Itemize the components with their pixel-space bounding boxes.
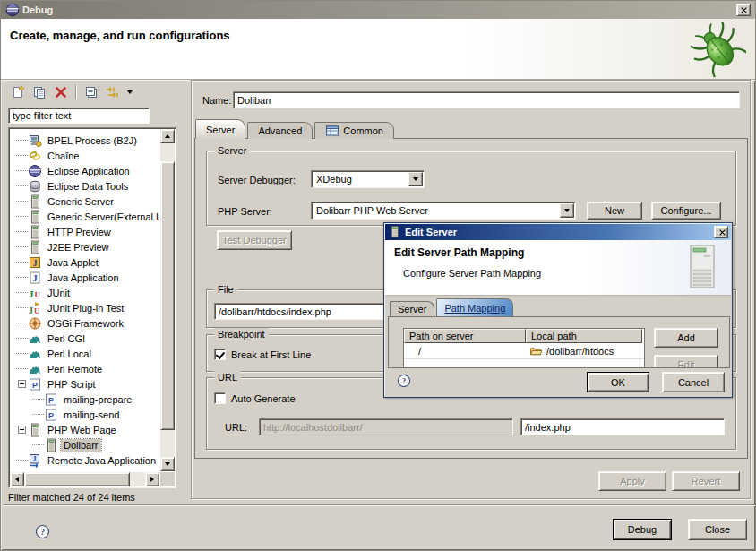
toolbar-filter-button[interactable] bbox=[103, 83, 123, 101]
help-icon[interactable]: ? bbox=[397, 374, 411, 388]
common-tab-icon bbox=[325, 124, 339, 138]
tree-item-generic-server-external-la[interactable]: Generic Server(External La bbox=[11, 209, 159, 224]
close-button[interactable]: Close bbox=[688, 519, 747, 540]
new-server-button[interactable]: New bbox=[587, 202, 642, 220]
tree-item-dolibarr[interactable]: Dolibarr bbox=[11, 437, 159, 452]
svg-text:U: U bbox=[35, 289, 41, 298]
config-tree: BPEL Process (B2J)ChaîneEclipse Applicat… bbox=[8, 127, 176, 488]
mapping-row[interactable]: //dolibarr/htdocs bbox=[404, 343, 644, 358]
revert-button[interactable]: Revert bbox=[672, 471, 740, 491]
tree-connector bbox=[16, 155, 28, 156]
column-header-path-on-server[interactable]: Path on server bbox=[404, 329, 526, 343]
debug-button[interactable]: Debug bbox=[613, 519, 672, 540]
tree-item-generic-server[interactable]: Generic Server bbox=[11, 194, 159, 209]
toolbar-collapse-all-button[interactable] bbox=[82, 83, 101, 101]
tree-item-http-preview[interactable]: HTTP Preview bbox=[11, 224, 159, 239]
tab-common[interactable]: Common bbox=[314, 122, 394, 139]
server-debugger-select[interactable]: XDebug bbox=[311, 170, 425, 188]
name-label: Name: bbox=[202, 95, 231, 106]
chevron-down-icon[interactable] bbox=[560, 203, 574, 218]
dialog-heading: Edit Server Path Mapping bbox=[394, 246, 524, 259]
url-group-legend: URL bbox=[214, 371, 241, 383]
tab-advanced[interactable]: Advanced bbox=[247, 122, 313, 139]
tree-item-remote-java-application[interactable]: JRemote Java Application bbox=[11, 452, 159, 468]
php-script-icon: P bbox=[28, 377, 42, 392]
scrollbar-thumb[interactable] bbox=[160, 161, 175, 430]
add-mapping-button[interactable]: Add bbox=[654, 328, 718, 348]
tree-item-junit[interactable]: JUJUnit bbox=[11, 285, 159, 300]
toolbar-dropdown-arrow-icon[interactable] bbox=[125, 83, 135, 101]
collapse-expander-icon[interactable] bbox=[18, 426, 26, 434]
tree-item-java-applet[interactable]: JJava Applet bbox=[11, 254, 159, 270]
column-header-local-path[interactable]: Local path bbox=[526, 329, 642, 343]
scrollbar-thumb[interactable] bbox=[24, 472, 130, 486]
tree-connector bbox=[16, 292, 28, 293]
tree-connector bbox=[16, 185, 28, 186]
tree-item-php-web-page[interactable]: PHP Web Page bbox=[11, 422, 159, 437]
delete-icon bbox=[54, 85, 68, 99]
window-titlebar[interactable]: Debug bbox=[1, 1, 755, 19]
server-group: Server Server Debugger: XDebug PHP Serve… bbox=[206, 151, 736, 226]
break-first-line-checkbox[interactable] bbox=[214, 349, 226, 360]
tree-connector bbox=[16, 460, 28, 461]
tree-item-perl-local[interactable]: Perl Local bbox=[11, 346, 159, 361]
test-debugger-button[interactable]: Test Debugger bbox=[217, 230, 292, 250]
help-icon[interactable]: ? bbox=[35, 524, 50, 539]
filter-input[interactable] bbox=[8, 108, 150, 124]
tree-vertical-scrollbar[interactable] bbox=[160, 129, 175, 471]
tree-item-mailing-prepare[interactable]: Pmailing-prepare bbox=[11, 392, 159, 407]
chevron-down-icon[interactable] bbox=[408, 172, 423, 186]
dialog-titlebar[interactable]: Edit Server bbox=[385, 224, 731, 240]
tree-item-java-application[interactable]: JJava Application bbox=[11, 270, 159, 285]
dialog-tabs: ServerPath Mapping bbox=[390, 298, 515, 316]
osgi-icon bbox=[28, 316, 42, 331]
auto-generate-checkbox[interactable] bbox=[214, 392, 226, 404]
tree-item-mailing-send[interactable]: Pmailing-send bbox=[11, 407, 159, 422]
tree-connector bbox=[32, 399, 44, 400]
url-path-input[interactable] bbox=[520, 418, 725, 435]
window-close-button[interactable] bbox=[736, 4, 751, 16]
junit-icon: JU bbox=[28, 286, 42, 300]
tree-connector bbox=[16, 307, 28, 308]
tree-item-perl-remote[interactable]: Perl Remote bbox=[11, 361, 159, 376]
scroll-down-button[interactable] bbox=[160, 457, 175, 471]
svg-text:J: J bbox=[32, 273, 37, 283]
edit-mapping-button[interactable]: Edit bbox=[654, 355, 718, 368]
page-title: Create, manage, and run configurations bbox=[10, 29, 230, 42]
tree-item-cha-ne[interactable]: Chaîne bbox=[11, 148, 159, 163]
toolbar-delete-button[interactable] bbox=[51, 83, 71, 101]
scroll-left-button[interactable] bbox=[10, 472, 24, 486]
configure-server-button[interactable]: Configure... bbox=[651, 202, 721, 220]
tree-item-php-script[interactable]: PPHP Script bbox=[11, 376, 159, 392]
tree-horizontal-scrollbar[interactable] bbox=[10, 472, 159, 486]
dialog-close-button[interactable] bbox=[714, 226, 728, 238]
tree-item-osgi-framework[interactable]: OSGi Framework bbox=[11, 315, 159, 331]
dialog-tab-path-mapping[interactable]: Path Mapping bbox=[436, 298, 513, 316]
tree-item-junit-plug-in-test[interactable]: JUJUnit Plug-in Test bbox=[11, 300, 159, 315]
svg-text:?: ? bbox=[40, 528, 45, 537]
name-input[interactable] bbox=[233, 91, 740, 108]
dialog-tab-server[interactable]: Server bbox=[390, 301, 434, 316]
junit-plugin-icon: JU bbox=[28, 301, 42, 315]
svg-text:?: ? bbox=[402, 376, 406, 385]
scroll-up-button[interactable] bbox=[160, 129, 175, 143]
footer-separator bbox=[3, 504, 755, 506]
toolbar-duplicate-button[interactable] bbox=[30, 83, 49, 101]
tree-item-eclipse-application[interactable]: Eclipse Application bbox=[11, 163, 159, 178]
cancel-button[interactable]: Cancel bbox=[662, 372, 725, 392]
collapse-expander-icon[interactable] bbox=[18, 380, 26, 388]
ok-button[interactable]: OK bbox=[587, 372, 649, 392]
tree-item-perl-cgi[interactable]: Perl CGI bbox=[11, 331, 159, 346]
tree-item-j2ee-preview[interactable]: J2EE Preview bbox=[11, 239, 159, 254]
eclipse-logo-icon bbox=[5, 3, 20, 17]
path-mapping-table: Path on serverLocal path//dolibarr/htdoc… bbox=[403, 328, 645, 368]
tab-server[interactable]: Server bbox=[195, 119, 245, 139]
apply-button[interactable]: Apply bbox=[598, 471, 666, 491]
toolbar-new-config-button[interactable] bbox=[8, 83, 28, 101]
php-server-select[interactable]: Dolibarr PHP Web Server bbox=[311, 202, 576, 220]
tree-item-bpel-process-b2j[interactable]: BPEL Process (B2J) bbox=[11, 133, 159, 148]
tree-item-eclipse-data-tools[interactable]: Eclipse Data Tools bbox=[11, 178, 159, 194]
filter-status-text: Filter matched 24 of 24 items bbox=[8, 492, 135, 503]
tree-connector bbox=[16, 216, 28, 217]
scroll-right-button[interactable] bbox=[145, 472, 159, 486]
